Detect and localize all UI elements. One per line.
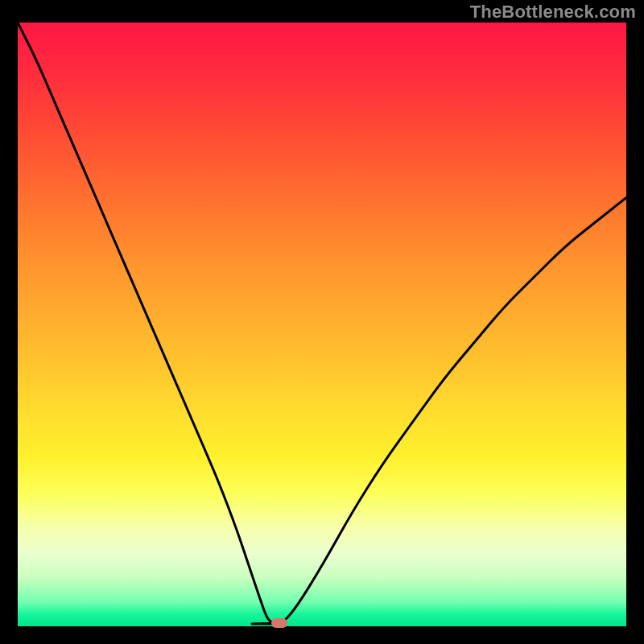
plot-area xyxy=(18,23,626,626)
optimum-marker xyxy=(271,618,287,628)
bottleneck-curve xyxy=(18,23,626,626)
chart-frame: TheBottleneck.com xyxy=(0,0,644,644)
watermark-text: TheBottleneck.com xyxy=(470,2,636,23)
